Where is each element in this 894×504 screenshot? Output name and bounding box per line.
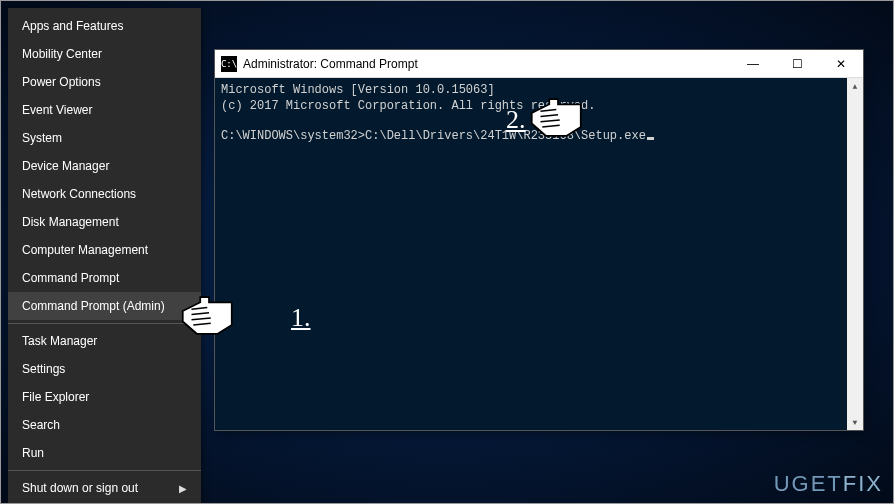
winx-item-disk-management[interactable]: Disk Management <box>8 208 201 236</box>
menu-separator <box>8 470 201 471</box>
terminal-input: C:\Dell\Drivers\24T1W\R235168\Setup.exe <box>365 129 646 143</box>
winx-item-command-prompt-admin[interactable]: Command Prompt (Admin) <box>8 292 201 320</box>
watermark-text-b: FIX <box>843 471 883 496</box>
close-icon: ✕ <box>836 57 846 71</box>
winx-item-network-connections[interactable]: Network Connections <box>8 180 201 208</box>
terminal-blank-line <box>221 114 857 128</box>
command-prompt-window: C:\ Administrator: Command Prompt — ☐ ✕ … <box>214 49 864 431</box>
menu-label: Computer Management <box>22 243 148 257</box>
minimize-icon: — <box>747 57 759 71</box>
vertical-scrollbar[interactable]: ▲ ▼ <box>847 78 863 430</box>
menu-label: System <box>22 131 62 145</box>
winx-item-shut-down[interactable]: Shut down or sign out ▶ <box>8 474 201 502</box>
window-title: Administrator: Command Prompt <box>243 57 731 71</box>
minimize-button[interactable]: — <box>731 50 775 77</box>
menu-label: Mobility Center <box>22 47 102 61</box>
winx-item-file-explorer[interactable]: File Explorer <box>8 383 201 411</box>
scroll-up-button[interactable]: ▲ <box>847 78 863 94</box>
winx-item-run[interactable]: Run <box>8 439 201 467</box>
winx-item-task-manager[interactable]: Task Manager <box>8 327 201 355</box>
scroll-down-button[interactable]: ▼ <box>847 414 863 430</box>
menu-label: Task Manager <box>22 334 97 348</box>
winx-item-mobility-center[interactable]: Mobility Center <box>8 40 201 68</box>
terminal-body[interactable]: Microsoft Windows [Version 10.0.15063] (… <box>215 78 863 430</box>
winx-menu: Apps and Features Mobility Center Power … <box>8 8 201 504</box>
menu-separator <box>8 323 201 324</box>
menu-label: Network Connections <box>22 187 136 201</box>
watermark-text-a: UGET <box>774 471 843 496</box>
menu-label: Shut down or sign out <box>22 481 138 495</box>
menu-label: Apps and Features <box>22 19 123 33</box>
terminal-prompt-line: C:\WINDOWS\system32>C:\Dell\Drivers\24T1… <box>221 128 857 144</box>
watermark: UGETFIX <box>774 471 883 497</box>
winx-item-apps-and-features[interactable]: Apps and Features <box>8 12 201 40</box>
menu-label: Disk Management <box>22 215 119 229</box>
menu-label: File Explorer <box>22 390 89 404</box>
menu-label: Event Viewer <box>22 103 92 117</box>
winx-item-device-manager[interactable]: Device Manager <box>8 152 201 180</box>
chevron-right-icon: ▶ <box>179 483 187 494</box>
window-controls: — ☐ ✕ <box>731 50 863 77</box>
maximize-button[interactable]: ☐ <box>775 50 819 77</box>
winx-item-power-options[interactable]: Power Options <box>8 68 201 96</box>
text-cursor <box>647 137 654 140</box>
caret-down-icon: ▼ <box>853 418 858 427</box>
menu-label: Command Prompt <box>22 271 119 285</box>
terminal-output-line: (c) 2017 Microsoft Corporation. All righ… <box>221 98 857 114</box>
scroll-track[interactable] <box>847 94 863 414</box>
winx-item-computer-management[interactable]: Computer Management <box>8 236 201 264</box>
caret-up-icon: ▲ <box>853 82 858 91</box>
winx-item-search[interactable]: Search <box>8 411 201 439</box>
cmd-icon: C:\ <box>221 56 237 72</box>
winx-item-system[interactable]: System <box>8 124 201 152</box>
menu-label: Settings <box>22 362 65 376</box>
titlebar[interactable]: C:\ Administrator: Command Prompt — ☐ ✕ <box>215 50 863 78</box>
winx-item-command-prompt[interactable]: Command Prompt <box>8 264 201 292</box>
winx-item-event-viewer[interactable]: Event Viewer <box>8 96 201 124</box>
menu-label: Command Prompt (Admin) <box>22 299 165 313</box>
close-button[interactable]: ✕ <box>819 50 863 77</box>
maximize-icon: ☐ <box>792 57 803 71</box>
menu-label: Run <box>22 446 44 460</box>
terminal-prompt: C:\WINDOWS\system32> <box>221 129 365 143</box>
menu-label: Power Options <box>22 75 101 89</box>
terminal-output-line: Microsoft Windows [Version 10.0.15063] <box>221 82 857 98</box>
winx-item-settings[interactable]: Settings <box>8 355 201 383</box>
menu-label: Search <box>22 418 60 432</box>
menu-label: Device Manager <box>22 159 109 173</box>
